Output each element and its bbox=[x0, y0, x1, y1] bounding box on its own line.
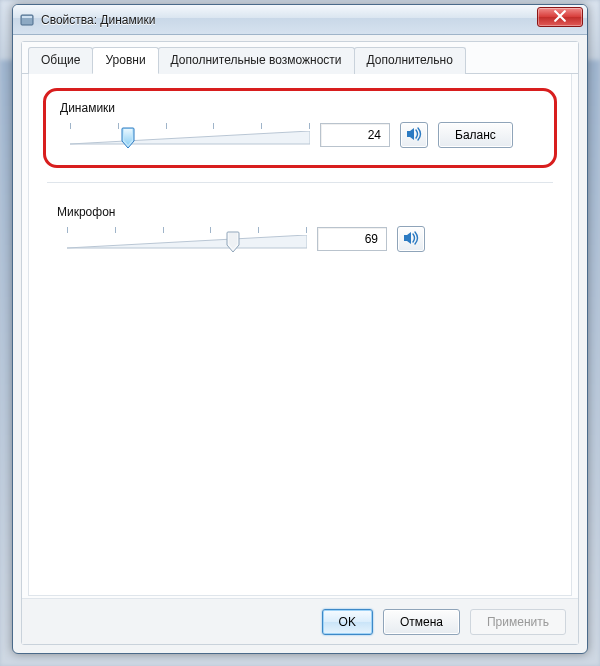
tab-panel-levels: Динамики bbox=[28, 74, 572, 596]
client-area: Общие Уровни Дополнительные возможности … bbox=[21, 41, 579, 645]
speakers-slider-thumb[interactable] bbox=[121, 127, 135, 149]
tab-levels[interactable]: Уровни bbox=[92, 47, 158, 74]
properties-window: Свойства: Динамики Общие Уровни Дополнит… bbox=[12, 4, 588, 654]
close-icon bbox=[554, 10, 566, 25]
speakers-group: Динамики bbox=[43, 88, 557, 168]
tab-advanced[interactable]: Дополнительно bbox=[354, 47, 466, 74]
close-button[interactable] bbox=[537, 7, 583, 27]
microphone-slider[interactable] bbox=[67, 225, 307, 253]
tab-strip: Общие Уровни Дополнительные возможности … bbox=[22, 42, 578, 74]
svg-rect-1 bbox=[22, 16, 32, 18]
apply-button[interactable]: Применить bbox=[470, 609, 566, 635]
speakers-mute-button[interactable] bbox=[400, 122, 428, 148]
speakers-slider[interactable] bbox=[70, 121, 310, 149]
separator bbox=[47, 182, 553, 183]
microphone-slider-thumb[interactable] bbox=[226, 231, 240, 253]
titlebar[interactable]: Свойства: Динамики bbox=[13, 5, 587, 35]
dialog-footer: OK Отмена Применить bbox=[22, 598, 578, 644]
svg-marker-2 bbox=[70, 131, 310, 144]
balance-button[interactable]: Баланс bbox=[438, 122, 513, 148]
ok-button[interactable]: OK bbox=[322, 609, 373, 635]
microphone-row bbox=[53, 225, 547, 253]
speakers-row: Баланс bbox=[56, 121, 544, 149]
tab-general[interactable]: Общие bbox=[28, 47, 93, 74]
microphone-group: Микрофон bbox=[43, 195, 557, 269]
microphone-value[interactable] bbox=[317, 227, 387, 251]
speakers-label: Динамики bbox=[60, 101, 544, 115]
microphone-label: Микрофон bbox=[57, 205, 547, 219]
cancel-button[interactable]: Отмена bbox=[383, 609, 460, 635]
window-title: Свойства: Динамики bbox=[41, 13, 155, 27]
speakers-value[interactable] bbox=[320, 123, 390, 147]
tab-enhancements[interactable]: Дополнительные возможности bbox=[158, 47, 355, 74]
speaker-icon bbox=[406, 127, 422, 144]
microphone-mute-button[interactable] bbox=[397, 226, 425, 252]
window-icon bbox=[19, 12, 35, 28]
speaker-icon bbox=[403, 231, 419, 248]
svg-marker-3 bbox=[67, 235, 307, 248]
